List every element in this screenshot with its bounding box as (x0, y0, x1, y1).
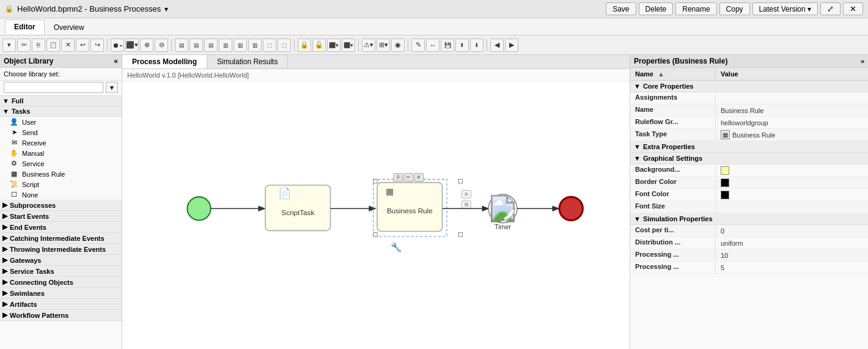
background-color-swatch[interactable] (721, 166, 729, 175)
tb-undo-button[interactable]: ↩ (76, 39, 89, 52)
rename-button[interactable]: Rename (675, 2, 716, 15)
prop-value-background[interactable] (716, 164, 868, 176)
tb-pencil-button[interactable]: ✎ (411, 39, 425, 52)
end-event (559, 197, 583, 220)
border-color-swatch[interactable] (721, 178, 729, 187)
prop-value-name[interactable]: Business Rule (716, 105, 868, 116)
lib-group-subprocesses[interactable]: ▶ Subprocesses (0, 200, 122, 211)
prop-value-font-size[interactable] (716, 201, 868, 213)
tb-pointer-button[interactable]: ⬛▾ (342, 39, 355, 52)
lib-item-user[interactable]: 👤 User (0, 117, 122, 127)
save-button[interactable]: Save (606, 2, 636, 15)
close-button[interactable]: ✕ (843, 2, 863, 15)
prop-value-ruleflow[interactable]: helloworldgroup (716, 117, 868, 128)
lib-group-end-events[interactable]: ▶ End Events (0, 222, 122, 233)
copy-button[interactable]: Copy (719, 2, 750, 15)
tb-run-button[interactable]: ⏺▾ (111, 39, 124, 52)
prop-value-cost[interactable]: 0 (716, 225, 868, 237)
expand-icon-throwing: ▶ (2, 245, 7, 253)
delete-button[interactable]: Delete (639, 2, 674, 15)
tb-hand-button[interactable]: ⬛▾ (327, 39, 340, 52)
prop-section-simulation[interactable]: ▼ Simulation Properties (630, 213, 868, 225)
prop-value-processing1[interactable]: 10 (716, 249, 868, 261)
lib-group-catching-int[interactable]: ▶ Catching Intermediate Events (0, 233, 122, 244)
properties-expand-button[interactable]: » (861, 57, 864, 65)
svg-text:✕: ✕ (416, 174, 421, 180)
titlebar-dropdown-icon[interactable]: ▾ (164, 5, 168, 13)
tb-zoom-in-button[interactable]: ⊕ (140, 39, 153, 52)
lib-group-wf-label: Workflow Patterns (10, 312, 68, 319)
lib-group-tasks[interactable]: ▼ Tasks (0, 106, 122, 117)
tab-simulation-results[interactable]: Simulation Results (207, 55, 288, 68)
tb-align-center[interactable]: ▤ (189, 39, 203, 52)
prop-col-name-header: Name ▲ (630, 69, 716, 79)
lib-item-send[interactable]: ➤ Send (0, 127, 122, 138)
tb-circle-button[interactable]: ◉ (391, 39, 405, 52)
object-library-collapse-button[interactable]: « (114, 57, 118, 65)
lib-item-business-rule[interactable]: ▦ Business Rule (0, 169, 122, 179)
lib-group-artifacts[interactable]: ▶ Artifacts (0, 299, 122, 310)
tb-sep-5 (408, 39, 408, 51)
tb-redo-button[interactable]: ↪ (90, 39, 104, 52)
prop-value-tasktype[interactable]: ▦ Business Rule (716, 129, 868, 141)
lib-group-gateways[interactable]: ▶ Gateways (0, 255, 122, 266)
lib-group-full[interactable]: ▼ Full (0, 96, 122, 106)
tb-align-middle[interactable]: ▥ (234, 39, 247, 52)
font-color-swatch[interactable] (721, 191, 729, 199)
tab-overview[interactable]: Overview (45, 20, 94, 34)
tb-align-bottom[interactable]: ▥ (248, 39, 262, 52)
tb-prev-button[interactable]: ◀ (490, 39, 504, 52)
lib-group-throwing-int[interactable]: ▶ Throwing Intermediate Events (0, 244, 122, 255)
prop-value-distribution[interactable]: uniform (716, 237, 868, 249)
prop-value-font-color[interactable] (716, 189, 868, 200)
lib-item-service[interactable]: ⚙ Service (0, 158, 122, 169)
lib-group-service-tasks[interactable]: ▶ Service Tasks (0, 266, 122, 277)
tb-align-left[interactable]: ▤ (175, 39, 188, 52)
tb-align-top[interactable]: ▥ (219, 39, 232, 52)
maximize-button[interactable]: ⤢ (820, 2, 840, 15)
tb-layout-button[interactable]: ⬛▾ (125, 39, 139, 52)
tb-new-button[interactable]: ▾ (2, 39, 16, 52)
latest-version-button[interactable]: Latest Version ▾ (752, 2, 818, 15)
tb-save-diagram[interactable]: 💾 (441, 39, 454, 52)
tab-editor[interactable]: Editor (5, 20, 45, 34)
prop-value-border-color[interactable] (716, 177, 868, 188)
tb-lock-button[interactable]: 🔒 (298, 39, 311, 52)
prop-section-core[interactable]: ▼ Core Properties (630, 81, 868, 92)
tb-warning-button[interactable]: ⚠▾ (362, 39, 375, 52)
lib-group-catching-label: Catching Intermediate Events (10, 235, 105, 242)
lib-group-start-events[interactable]: ▶ Start Events (0, 211, 122, 222)
tb-group-button[interactable]: ⬚ (263, 39, 276, 52)
lib-group-connecting[interactable]: ▶ Connecting Objects (0, 277, 122, 288)
lib-item-receive[interactable]: ✉ Receive (0, 138, 122, 148)
tb-paste-button[interactable]: 📋 (46, 39, 60, 52)
lib-item-manual-label: Manual (22, 150, 44, 157)
tb-ungroup-button[interactable]: ⬚ (278, 39, 291, 52)
tb-zoom-out-button[interactable]: ⊖ (155, 39, 168, 52)
tb-align-right[interactable]: ▤ (204, 39, 218, 52)
tb-arrow-button[interactable]: ↔ (426, 39, 440, 52)
tb-unlock-button[interactable]: 🔓 (312, 39, 326, 52)
lib-group-workflow[interactable]: ▶ Workflow Patterns (0, 310, 122, 321)
tab-process-modelling[interactable]: Process Modelling (122, 55, 207, 68)
library-dropdown-btn[interactable]: ▼ (106, 82, 118, 93)
canvas-area[interactable]: HelloWorld v.1.0 [HelloWorld.HelloWorld]… (122, 69, 630, 349)
lib-item-script[interactable]: 📜 Script (0, 179, 122, 189)
prop-section-graphical[interactable]: ▼ Graphical Settings (630, 153, 868, 164)
prop-section-extra[interactable]: ▼ Extra Properties (630, 141, 868, 153)
tb-import-button[interactable]: ⬆ (455, 39, 469, 52)
lib-group-swimlanes[interactable]: ▶ Swimlanes (0, 288, 122, 299)
lib-item-none[interactable]: ☐ None (0, 189, 122, 200)
bpmn-diagram[interactable]: 📄 ScriptTask ▦ Business Rule (122, 84, 630, 349)
lib-item-manual[interactable]: ✋ Manual (0, 148, 122, 158)
tb-cut-button[interactable]: ✂ (17, 39, 31, 52)
svg-text:📄: 📄 (278, 187, 292, 200)
tb-delete-button[interactable]: ✕ (61, 39, 75, 52)
tb-grid-button[interactable]: ⊞▾ (377, 39, 390, 52)
tb-export-button[interactable]: ⬇ (470, 39, 484, 52)
prop-value-processing2[interactable]: 5 (716, 262, 868, 273)
expand-icon-start: ▶ (2, 212, 7, 220)
tb-next-button[interactable]: ▶ (505, 39, 518, 52)
tb-copy-button[interactable]: ⎘ (32, 39, 45, 52)
library-search-input[interactable] (4, 82, 103, 93)
